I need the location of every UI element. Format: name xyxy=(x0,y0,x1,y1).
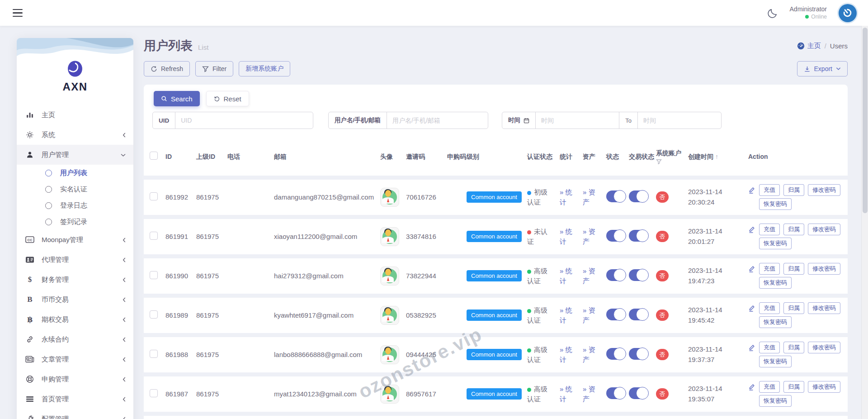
edit-pencil-icon[interactable] xyxy=(748,265,755,272)
recharge-button[interactable]: 充值 xyxy=(759,381,780,393)
status-toggle[interactable] xyxy=(606,348,626,360)
menu-toggle-icon[interactable] xyxy=(13,9,23,17)
belong-button[interactable]: 归属 xyxy=(783,342,804,353)
sidebar-item-spot-trade[interactable]: B 币币交易 xyxy=(17,290,133,309)
edit-pencil-icon[interactable] xyxy=(748,383,755,390)
assets-link[interactable]: » 资产 xyxy=(583,305,598,325)
sidebar-item-articles[interactable]: 文章管理 xyxy=(17,349,133,369)
time-end-input[interactable] xyxy=(638,112,721,129)
stats-link[interactable]: » 统计 xyxy=(560,227,575,247)
assets-link[interactable]: » 资产 xyxy=(583,345,598,365)
restore-password-button[interactable]: 恢复密码 xyxy=(759,356,792,367)
belong-button[interactable]: 归属 xyxy=(783,224,804,235)
restore-password-button[interactable]: 恢复密码 xyxy=(759,316,792,328)
change-password-button[interactable]: 修改密码 xyxy=(808,342,840,353)
change-password-button[interactable]: 修改密码 xyxy=(808,224,840,235)
row-checkbox[interactable] xyxy=(150,232,158,240)
sidebar-item-subscription[interactable]: 申购管理 xyxy=(17,369,133,389)
trade-status-toggle[interactable] xyxy=(629,190,648,202)
sidebar-subitem-label: 登录日志 xyxy=(60,201,87,210)
restore-password-button[interactable]: 恢复密码 xyxy=(759,395,792,407)
reset-button[interactable]: Reset xyxy=(206,91,249,106)
restore-password-button[interactable]: 恢复密码 xyxy=(759,238,792,249)
filter-button[interactable]: Filter xyxy=(195,61,233,76)
status-toggle[interactable] xyxy=(606,269,626,281)
recharge-button[interactable]: 充值 xyxy=(759,263,780,275)
assets-link[interactable]: » 资产 xyxy=(583,187,598,207)
assets-link[interactable]: » 资产 xyxy=(583,384,598,404)
recharge-button[interactable]: 充值 xyxy=(759,302,780,314)
id-card-icon xyxy=(25,256,35,263)
sidebar-item-user-management[interactable]: 用户管理 xyxy=(17,145,133,165)
sidebar-subitem-user-list[interactable]: 用户列表 xyxy=(17,165,133,181)
assets-link[interactable]: » 资产 xyxy=(583,266,598,286)
row-checkbox[interactable] xyxy=(150,350,158,358)
user-avatar[interactable] xyxy=(839,4,857,22)
change-password-button[interactable]: 修改密码 xyxy=(808,263,840,275)
recharge-button[interactable]: 充值 xyxy=(759,224,780,235)
username-input[interactable] xyxy=(387,112,488,129)
refresh-button[interactable]: Refresh xyxy=(144,61,190,76)
sidebar-item-perpetual[interactable]: 永续合约 xyxy=(17,329,133,349)
stats-link[interactable]: » 统计 xyxy=(560,305,575,325)
col-created[interactable]: 创建时间↑ xyxy=(688,152,748,161)
sidebar-item-agent[interactable]: 代理管理 xyxy=(17,250,133,270)
select-all-checkbox[interactable] xyxy=(150,152,158,160)
assets-link[interactable]: » 资产 xyxy=(583,227,598,247)
export-button[interactable]: Export xyxy=(797,61,848,76)
sidebar-item-moonpay[interactable]: CC Moonpay管理 xyxy=(17,230,133,250)
belong-button[interactable]: 归属 xyxy=(783,263,804,275)
status-toggle[interactable] xyxy=(606,190,626,202)
restore-password-button[interactable]: 恢复密码 xyxy=(759,277,792,289)
breadcrumb-home-link[interactable]: 主页 xyxy=(797,42,821,50)
search-button[interactable]: Search xyxy=(154,91,200,106)
sidebar-item-home[interactable]: 主页 xyxy=(17,105,133,125)
dark-mode-moon-icon[interactable] xyxy=(767,8,778,19)
row-checkbox[interactable] xyxy=(150,192,158,200)
uid-label: UID xyxy=(153,112,175,129)
belong-button[interactable]: 归属 xyxy=(783,302,804,314)
sidebar-item-label: 期权交易 xyxy=(42,315,69,324)
stats-link[interactable]: » 统计 xyxy=(560,345,575,365)
stats-link[interactable]: » 统计 xyxy=(560,187,575,207)
trade-status-toggle[interactable] xyxy=(629,348,648,360)
stats-link[interactable]: » 统计 xyxy=(560,384,575,404)
status-toggle[interactable] xyxy=(606,309,626,320)
change-password-button[interactable]: 修改密码 xyxy=(808,302,840,314)
sidebar-item-system[interactable]: 系统 xyxy=(17,125,133,145)
recharge-button[interactable]: 充值 xyxy=(759,184,780,196)
trade-status-toggle[interactable] xyxy=(629,269,648,281)
sidebar-item-homepage[interactable]: 首页管理 xyxy=(17,389,133,409)
scrollbar-thumb[interactable] xyxy=(863,28,868,213)
status-toggle[interactable] xyxy=(606,387,626,399)
belong-button[interactable]: 归属 xyxy=(783,184,804,196)
sidebar-subitem-login-log[interactable]: 登录日志 xyxy=(17,197,133,214)
time-start-input[interactable] xyxy=(536,112,619,129)
belong-button[interactable]: 归属 xyxy=(783,381,804,393)
sidebar-item-config[interactable]: 配置管理 xyxy=(17,409,133,419)
edit-pencil-icon[interactable] xyxy=(748,344,755,351)
sidebar-item-finance[interactable]: $ 财务管理 xyxy=(17,270,133,290)
status-toggle[interactable] xyxy=(606,230,626,242)
restore-password-button[interactable]: 恢复密码 xyxy=(759,198,792,210)
scrollbar-track[interactable] xyxy=(861,26,868,419)
trade-status-toggle[interactable] xyxy=(629,309,648,320)
recharge-button[interactable]: 充值 xyxy=(759,342,780,353)
edit-pencil-icon[interactable] xyxy=(748,186,755,194)
row-checkbox[interactable] xyxy=(150,271,158,279)
sidebar-subitem-checkin-log[interactable]: 签到记录 xyxy=(17,214,133,230)
sidebar-item-options-trade[interactable]: ฿ 期权交易 xyxy=(17,309,133,329)
trade-status-toggle[interactable] xyxy=(629,387,648,399)
uid-input[interactable] xyxy=(175,112,313,129)
change-password-button[interactable]: 修改密码 xyxy=(808,184,840,196)
edit-pencil-icon[interactable] xyxy=(748,226,755,233)
trade-status-toggle[interactable] xyxy=(629,230,648,242)
sidebar-subitem-realname-auth[interactable]: 实名认证 xyxy=(17,181,133,197)
change-password-button[interactable]: 修改密码 xyxy=(808,381,840,393)
add-system-account-button[interactable]: 新增系统账户 xyxy=(239,61,290,76)
column-filter-funnel-icon[interactable] xyxy=(656,159,662,165)
edit-pencil-icon[interactable] xyxy=(748,305,755,312)
row-checkbox[interactable] xyxy=(150,389,158,397)
stats-link[interactable]: » 统计 xyxy=(560,266,575,286)
row-checkbox[interactable] xyxy=(150,310,158,319)
